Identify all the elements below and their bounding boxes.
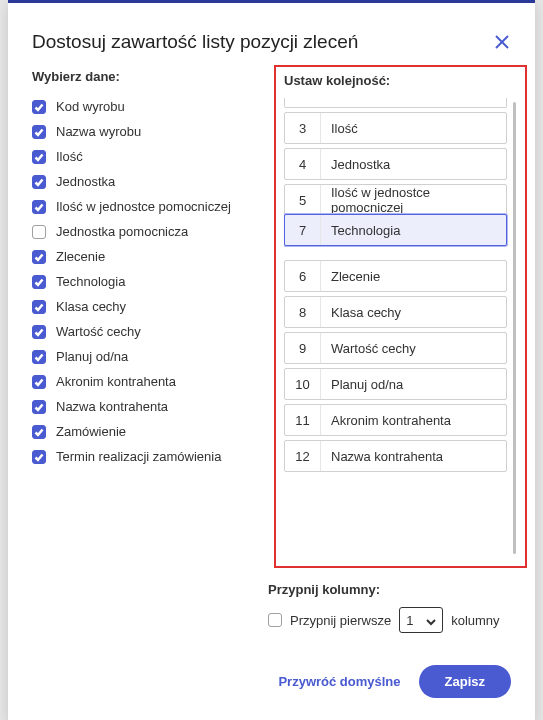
field-checkbox-row: Zamówienie — [32, 419, 272, 444]
field-checkbox-row: Ilość — [32, 144, 272, 169]
pin-columns-label: Przypnij kolumny: — [268, 582, 511, 597]
dialog-body: Wybierz dane: Kod wyrobuNazwa wyrobuIloś… — [8, 65, 535, 578]
field-label: Ilość w jednostce pomocniczej — [56, 199, 231, 214]
field-checkbox[interactable] — [32, 300, 46, 314]
field-checkbox[interactable] — [32, 225, 46, 239]
order-item[interactable]: 6Zlecenie — [284, 260, 507, 292]
field-checkbox-row: Nazwa kontrahenta — [32, 394, 272, 419]
field-label: Jednostka — [56, 174, 115, 189]
select-data-panel: Wybierz dane: Kod wyrobuNazwa wyrobuIloś… — [32, 65, 272, 578]
dialog-customize-columns: Dostosuj zawartość listy pozycji zleceń … — [8, 0, 535, 720]
field-checkbox[interactable] — [32, 425, 46, 439]
field-checkbox[interactable] — [32, 125, 46, 139]
select-data-label: Wybierz dane: — [32, 69, 272, 84]
order-item[interactable]: 10Planuj od/na — [284, 368, 507, 400]
order-label: Ilość w jednostce pomocniczej — [321, 185, 506, 215]
field-label: Nazwa wyrobu — [56, 124, 141, 139]
dialog-title: Dostosuj zawartość listy pozycji zleceń — [32, 31, 358, 53]
field-label: Kod wyrobu — [56, 99, 125, 114]
order-item[interactable]: 3Ilość — [284, 112, 507, 144]
pin-columns-row: Przypnij pierwsze 1 kolumny — [268, 607, 511, 633]
field-checkbox-row: Technologia — [32, 269, 272, 294]
field-checklist: Kod wyrobuNazwa wyrobuIlośćJednostkaIloś… — [32, 94, 272, 578]
restore-defaults-button[interactable]: Przywróć domyślne — [278, 674, 400, 689]
field-checkbox[interactable] — [32, 450, 46, 464]
pin-columns-checkbox[interactable] — [268, 613, 282, 627]
order-label: Ustaw kolejność: — [284, 73, 517, 88]
field-checkbox[interactable] — [32, 400, 46, 414]
field-label: Technologia — [56, 274, 125, 289]
order-item[interactable]: 11Akronim kontrahenta — [284, 404, 507, 436]
order-label: Akronim kontrahenta — [321, 405, 506, 435]
field-checkbox-row: Nazwa wyrobu — [32, 119, 272, 144]
order-label: Klasa cechy — [321, 297, 506, 327]
order-panel: Ustaw kolejność: 3Ilość4Jednostka5Ilość … — [274, 65, 527, 568]
field-label: Jednostka pomocnicza — [56, 224, 188, 239]
order-number: 5 — [285, 185, 321, 215]
field-checkbox[interactable] — [32, 250, 46, 264]
field-checkbox-row: Akronim kontrahenta — [32, 369, 272, 394]
field-label: Planuj od/na — [56, 349, 128, 364]
field-checkbox-row: Wartość cechy — [32, 319, 272, 344]
field-checkbox-row: Jednostka — [32, 169, 272, 194]
order-label: Wartość cechy — [321, 333, 506, 363]
field-checkbox[interactable] — [32, 150, 46, 164]
field-checkbox-row: Klasa cechy — [32, 294, 272, 319]
pin-count-select[interactable]: 1 — [399, 607, 443, 633]
field-checkbox-row: Planuj od/na — [32, 344, 272, 369]
field-checkbox[interactable] — [32, 325, 46, 339]
field-label: Wartość cechy — [56, 324, 141, 339]
pin-text-before: Przypnij pierwsze — [290, 613, 391, 628]
order-item[interactable]: 8Klasa cechy — [284, 296, 507, 328]
field-checkbox-row: Kod wyrobu — [32, 94, 272, 119]
field-label: Zlecenie — [56, 249, 105, 264]
order-number: 12 — [285, 441, 321, 471]
order-number: 7 — [285, 215, 321, 245]
field-checkbox-row: Jednostka pomocnicza — [32, 219, 272, 244]
drop-gap — [284, 250, 507, 260]
order-number: 3 — [285, 113, 321, 143]
dialog-footer: Przywróć domyślne Zapisz — [8, 643, 535, 720]
field-checkbox[interactable] — [32, 375, 46, 389]
order-label: Jednostka — [321, 149, 506, 179]
field-checkbox[interactable] — [32, 275, 46, 289]
field-checkbox[interactable] — [32, 175, 46, 189]
order-label: Nazwa kontrahenta — [321, 441, 506, 471]
field-checkbox-row: Zlecenie — [32, 244, 272, 269]
order-item[interactable]: 4Jednostka — [284, 148, 507, 180]
field-label: Klasa cechy — [56, 299, 126, 314]
save-button[interactable]: Zapisz — [419, 665, 511, 698]
order-label: Ilość — [321, 113, 506, 143]
field-checkbox-row: Termin realizacji zamówienia — [32, 444, 272, 469]
order-list[interactable]: 3Ilość4Jednostka5Ilość w jednostce pomoc… — [284, 98, 517, 558]
field-checkbox-row: Ilość w jednostce pomocniczej — [32, 194, 272, 219]
order-number: 9 — [285, 333, 321, 363]
order-item[interactable]: 12Nazwa kontrahenta — [284, 440, 507, 472]
overflow-fade — [32, 558, 272, 578]
field-checkbox[interactable] — [32, 350, 46, 364]
order-number: 11 — [285, 405, 321, 435]
field-checkbox[interactable] — [32, 200, 46, 214]
order-number: 6 — [285, 261, 321, 291]
order-label: Planuj od/na — [321, 369, 506, 399]
field-label: Termin realizacji zamówienia — [56, 449, 221, 464]
order-label: Technologia — [321, 215, 506, 245]
order-item[interactable]: 5Ilość w jednostce pomocniczej — [284, 184, 507, 216]
pin-columns-section: Przypnij kolumny: Przypnij pierwsze 1 ko… — [268, 578, 535, 643]
order-label: Zlecenie — [321, 261, 506, 291]
order-number: 8 — [285, 297, 321, 327]
field-label: Ilość — [56, 149, 83, 164]
order-number: 10 — [285, 369, 321, 399]
field-label: Akronim kontrahenta — [56, 374, 176, 389]
order-number: 4 — [285, 149, 321, 179]
order-item[interactable]: 7Technologia — [284, 214, 507, 246]
order-item[interactable]: 9Wartość cechy — [284, 332, 507, 364]
field-label: Nazwa kontrahenta — [56, 399, 168, 414]
order-item[interactable] — [284, 98, 507, 108]
pin-count-value: 1 — [406, 613, 413, 628]
dialog-header: Dostosuj zawartość listy pozycji zleceń — [8, 3, 535, 65]
field-label: Zamówienie — [56, 424, 126, 439]
field-checkbox[interactable] — [32, 100, 46, 114]
close-icon[interactable] — [493, 33, 511, 51]
pin-text-after: kolumny — [451, 613, 499, 628]
